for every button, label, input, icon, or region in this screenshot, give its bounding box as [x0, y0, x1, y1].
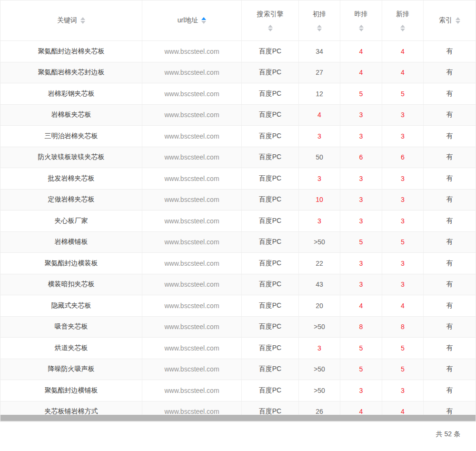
column-header-search-engine[interactable]: 搜索引擎	[242, 0, 299, 40]
init-rank-cell: 20	[299, 295, 340, 317]
horizontal-scrollbar[interactable]	[0, 415, 476, 422]
keyword-cell: 聚氨酯岩棉夹芯封边板	[0, 62, 142, 84]
init-rank-cell: 4	[299, 105, 340, 126]
table-row: 隐藏式夹芯板www.bscsteel.com百度PC2044有	[0, 295, 476, 317]
new-rank-cell: 3	[382, 168, 424, 190]
engine-cell: 百度PC	[242, 105, 299, 126]
column-header-new-rank[interactable]: 新排	[382, 0, 424, 40]
keyword-cell: 烘道夹芯板	[0, 338, 142, 359]
table-row: 批发岩棉夹芯板www.bscsteel.com百度PC333有	[0, 168, 476, 190]
sort-carets-icon[interactable]	[201, 17, 206, 24]
keyword-cell: 吸音夹芯板	[0, 317, 142, 338]
url-cell: www.bscsteel.com	[142, 359, 242, 381]
index-cell: 有	[424, 232, 476, 253]
init-rank-cell: 27	[299, 62, 340, 84]
keyword-cell: 降噪防火吸声板	[0, 359, 142, 381]
keyword-cell: 隐藏式夹芯板	[0, 295, 142, 317]
engine-cell: 百度PC	[242, 83, 299, 105]
url-cell: www.bscsteel.com	[142, 380, 242, 401]
prev-rank-cell: 3	[340, 380, 382, 401]
keyword-cell: 横装暗扣夹芯板	[0, 274, 142, 296]
prev-rank-cell: 3	[340, 190, 382, 211]
keyword-cell: 定做岩棉夹芯板	[0, 190, 142, 211]
index-cell: 有	[424, 210, 476, 232]
new-rank-cell: 5	[382, 359, 424, 381]
engine-cell: 百度PC	[242, 126, 299, 147]
prev-rank-cell: 3	[340, 274, 382, 296]
init-rank-cell: 3	[299, 168, 340, 190]
prev-rank-cell: 3	[340, 105, 382, 126]
keyword-cell: 岩棉彩钢夹芯板	[0, 83, 142, 105]
prev-rank-cell: 4	[340, 62, 382, 84]
keyword-cell: 聚氨酯封边横铺板	[0, 380, 142, 401]
column-header-url[interactable]: url地址	[142, 0, 242, 40]
sort-carets-icon[interactable]	[400, 25, 405, 31]
index-cell: 有	[424, 317, 476, 338]
new-rank-cell: 5	[382, 83, 424, 105]
prev-rank-cell: 5	[340, 83, 382, 105]
table-row: 定做岩棉夹芯板www.bscsteel.com百度PC1033有	[0, 190, 476, 211]
column-header-initial-rank[interactable]: 初排	[299, 0, 340, 40]
table-row: 吸音夹芯板www.bscsteel.com百度PC>5088有	[0, 317, 476, 338]
prev-rank-cell: 8	[340, 317, 382, 338]
engine-cell: 百度PC	[242, 380, 299, 401]
table-row: 三明治岩棉夹芯板www.bscsteel.com百度PC333有	[0, 126, 476, 147]
keyword-cell: 夹心板厂家	[0, 210, 142, 232]
prev-rank-cell: 3	[340, 210, 382, 232]
column-label-url: url地址	[178, 16, 198, 25]
index-cell: 有	[424, 105, 476, 126]
sort-carets-icon[interactable]	[317, 25, 322, 31]
new-rank-cell: 3	[382, 105, 424, 126]
engine-cell: 百度PC	[242, 274, 299, 296]
column-label-initial-rank: 初排	[313, 10, 326, 19]
engine-cell: 百度PC	[242, 190, 299, 211]
column-header-yesterday-rank[interactable]: 昨排	[340, 0, 382, 40]
engine-cell: 百度PC	[242, 253, 299, 274]
url-cell: www.bscsteel.com	[142, 253, 242, 274]
init-rank-cell: >50	[299, 359, 340, 381]
sort-carets-icon[interactable]	[268, 25, 273, 31]
init-rank-cell: 3	[299, 338, 340, 359]
new-rank-cell: 4	[382, 62, 424, 84]
new-rank-cell: 3	[382, 253, 424, 274]
engine-cell: 百度PC	[242, 147, 299, 169]
keyword-cell: 夹芯板铺岩棉方式	[0, 401, 142, 416]
column-header-keyword[interactable]: 关键词	[0, 0, 142, 40]
url-cell: www.bscsteel.com	[142, 338, 242, 359]
index-cell: 有	[424, 83, 476, 105]
scrollbar-thumb[interactable]	[0, 415, 476, 421]
new-rank-cell: 6	[382, 147, 424, 169]
prev-rank-cell: 4	[340, 401, 382, 416]
column-label-keyword: 关键词	[57, 16, 77, 25]
table-row: 夹心板厂家www.bscsteel.com百度PC333有	[0, 210, 476, 232]
prev-rank-cell: 6	[340, 147, 382, 169]
keyword-cell: 岩棉横铺板	[0, 232, 142, 253]
index-cell: 有	[424, 126, 476, 147]
column-header-index[interactable]: 索引	[424, 0, 476, 40]
sort-carets-icon[interactable]	[359, 25, 364, 31]
sort-carets-icon[interactable]	[456, 17, 460, 24]
column-label-index: 索引	[439, 16, 452, 25]
url-cell: www.bscsteel.com	[142, 41, 242, 62]
table-row: 岩棉横铺板www.bscsteel.com百度PC>5055有	[0, 232, 476, 253]
url-cell: www.bscsteel.com	[142, 168, 242, 190]
init-rank-cell: >50	[299, 232, 340, 253]
engine-cell: 百度PC	[242, 41, 299, 62]
new-rank-cell: 4	[382, 41, 424, 62]
prev-rank-cell: 5	[340, 359, 382, 381]
sort-carets-icon[interactable]	[80, 17, 85, 24]
url-cell: www.bscsteel.com	[142, 126, 242, 147]
keyword-rank-table: 关键词 url地址 搜索引擎 初排 昨排 新排 索引 聚氨酯封边岩棉夹芯板www…	[0, 0, 476, 422]
table-row: 岩棉板夹芯板www.bscsteel.com百度PC433有	[0, 105, 476, 126]
prev-rank-cell: 3	[340, 253, 382, 274]
new-rank-cell: 5	[382, 232, 424, 253]
engine-cell: 百度PC	[242, 168, 299, 190]
new-rank-cell: 5	[382, 338, 424, 359]
init-rank-cell: 3	[299, 126, 340, 147]
keyword-cell: 批发岩棉夹芯板	[0, 168, 142, 190]
index-cell: 有	[424, 190, 476, 211]
init-rank-cell: 26	[299, 401, 340, 416]
index-cell: 有	[424, 253, 476, 274]
url-cell: www.bscsteel.com	[142, 401, 242, 416]
index-cell: 有	[424, 41, 476, 62]
